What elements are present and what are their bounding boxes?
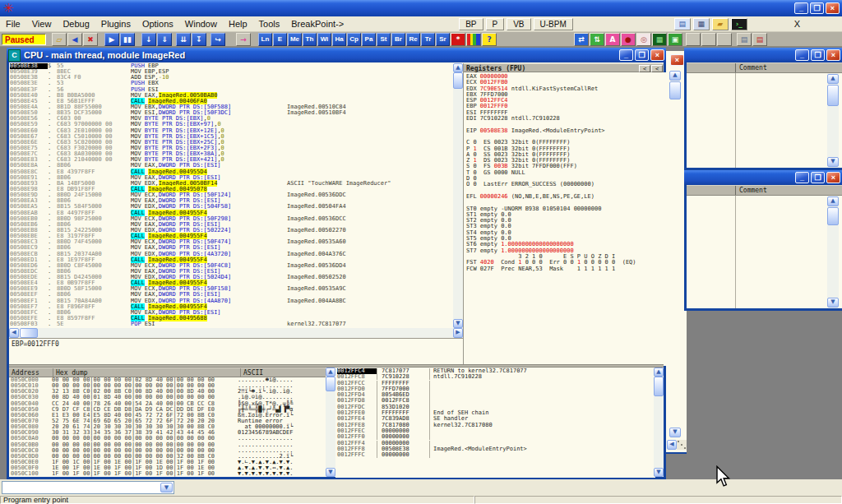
animate-into-icon[interactable]: ⇊: [176, 33, 191, 46]
pane-button-ln[interactable]: Ln: [258, 33, 272, 46]
comment-top-scroll-down[interactable]: ▼: [827, 157, 839, 167]
menu-close-x[interactable]: X: [789, 17, 806, 30]
plugin-button-bp[interactable]: BP: [459, 18, 483, 30]
menu-tools[interactable]: Tools: [253, 17, 286, 30]
calculator-icon[interactable]: ▦: [693, 18, 710, 30]
log-list-icon[interactable]: ▤: [737, 33, 752, 46]
command-combo[interactable]: ▼: [2, 481, 174, 494]
disassembly-hscroll-right[interactable]: ▶: [453, 328, 463, 338]
appearance-colors-icon[interactable]: [466, 33, 481, 46]
disassembly-hscroll-left[interactable]: ◀: [9, 328, 19, 338]
cpu-window[interactable]: C CPU - main thread, module ImageRed _ ❒…: [7, 48, 666, 479]
menu-window[interactable]: Window: [179, 17, 223, 30]
notepad-icon[interactable]: ▤: [674, 18, 691, 30]
comment-bottom-scroll-up[interactable]: ▲: [827, 197, 839, 206]
dump-scroll-thumb[interactable]: [326, 377, 335, 391]
swap-panes-icon[interactable]: ⇄: [574, 33, 589, 46]
cpu-close-button[interactable]: ×: [650, 49, 664, 61]
animate-over-icon[interactable]: ↧: [192, 33, 206, 46]
terminate-icon[interactable]: ✖: [83, 33, 98, 46]
pane-button-ha[interactable]: Ha: [332, 33, 346, 46]
comment-top-header-label[interactable]: Comment: [736, 63, 767, 72]
stack-scroll-thumb[interactable]: [654, 377, 664, 396]
comment-bottom-header-label[interactable]: Comment: [736, 186, 767, 195]
plugin-button-ubpm[interactable]: U-BPM: [534, 18, 573, 30]
menu-plugins[interactable]: Plugins: [95, 17, 136, 30]
comment-bottom-list[interactable]: [687, 196, 842, 308]
comment-top-scroll-up[interactable]: ▲: [827, 74, 839, 84]
dump-header-hex[interactable]: Hex dump: [53, 368, 241, 377]
register-line[interactable]: EDI 7C910228 ntdll.7C910228: [466, 116, 666, 122]
comment-bottom-maximize-button[interactable]: ❒: [811, 172, 825, 183]
pane-button-tr[interactable]: Tr: [421, 33, 435, 46]
pane-button-pa[interactable]: Pa: [362, 33, 376, 46]
register-line[interactable]: FCW 027F Prec NEAR,53 Mask 1 1 1 1 1 1: [466, 266, 666, 272]
stack-scroll-down[interactable]: ▼: [654, 468, 664, 477]
disassembly-scroll-up[interactable]: ▲: [453, 63, 463, 72]
pane-button-me[interactable]: Me: [288, 33, 302, 46]
pane-button-th[interactable]: Th: [303, 33, 317, 46]
disassembly-row[interactable]: 00508EF7.E8 F896F8FFCALL ImageRed.004955…: [10, 304, 454, 310]
comment-bottom-scroll-thumb[interactable]: [827, 207, 839, 225]
disassembly-row[interactable]: 00508E3B.83C4 F0ADD ESP,-10: [10, 75, 454, 81]
execute-till-return-icon[interactable]: ↪: [210, 33, 225, 46]
settings-gear-icon[interactable]: *: [451, 33, 465, 46]
disassembly-pane[interactable]: 00508E38$55PUSH EBP00508E39.8BECMOV EBP,…: [9, 63, 454, 328]
disassembly-row[interactable]: 00508EB0.8B0D 98F25000MOV ECX,DWORD PTR …: [10, 216, 454, 222]
disassembly-row[interactable]: 00508E3E.53PUSH EBX: [10, 81, 454, 86]
hidden-window-scroll-up[interactable]: ▲: [669, 71, 681, 81]
comment-top-maximize-button[interactable]: ❒: [811, 49, 825, 61]
restart-back-icon[interactable]: ◀: [67, 33, 82, 46]
comment-window-bottom-titlebar[interactable]: _ ❒ ×: [684, 170, 842, 185]
step-into-icon[interactable]: ↓: [141, 33, 156, 46]
menu-breakpoint[interactable]: BreakPoint->: [285, 17, 349, 30]
register-line[interactable]: EIP 00508E38 ImageRed.<ModuleEntryPoint>: [466, 128, 666, 134]
registers-pane-header[interactable]: Registers (FPU) <<: [464, 63, 664, 72]
app-titlebar[interactable]: ✳ _ ❒ ×: [0, 0, 842, 16]
comment-window-top[interactable]: _ ❒ × Comment ▲ ▼: [684, 48, 842, 170]
disassembly-scroll-thumb[interactable]: [453, 72, 463, 89]
menu-file[interactable]: File: [0, 17, 26, 30]
comment-window-top-titlebar[interactable]: _ ❒ ×: [684, 48, 842, 62]
app-minimize-button[interactable]: _: [794, 2, 808, 14]
step-over-icon[interactable]: ⇓: [157, 33, 172, 46]
blank-button-2[interactable]: [701, 33, 716, 46]
blank-button-1[interactable]: [686, 33, 701, 46]
spiral-icon[interactable]: ◎: [636, 33, 651, 46]
dump-row[interactable]: 0050C1001F 00 1F 00|1F 00 1F 00|1F 00 1F…: [11, 471, 327, 477]
register-line[interactable]: T 0 GS 0000 NULL: [466, 170, 666, 176]
register-line[interactable]: O 0 LastErr ERROR_SUCCESS (00000000): [466, 182, 666, 187]
comment-top-scroll-thumb[interactable]: [827, 85, 839, 106]
plugin-button-p[interactable]: P: [486, 18, 505, 30]
pane-button-e[interactable]: E: [273, 33, 287, 46]
go-to-address-icon[interactable]: →: [236, 33, 251, 46]
record-dot-icon[interactable]: ●: [621, 33, 636, 46]
marked-list-icon[interactable]: ▤: [752, 33, 767, 46]
folder-icon[interactable]: ▰: [712, 18, 729, 30]
open-file-icon[interactable]: ▱: [52, 33, 67, 46]
hidden-window-close-button[interactable]: ×: [670, 54, 684, 66]
registers-pane[interactable]: EAX 00000000ECX 0012FFB0EDX 7C90E514 ntd…: [464, 72, 666, 366]
menu-debug[interactable]: Debug: [57, 17, 95, 30]
hidden-window-scroll-down[interactable]: ▼: [669, 428, 681, 437]
comment-bottom-scroll-down[interactable]: ▼: [827, 298, 839, 307]
chevron-down-icon[interactable]: ▼: [160, 483, 173, 492]
dump-header-address[interactable]: Address: [9, 368, 53, 377]
disassembly-row[interactable]: 00508F03.5EPOP ESIkernel32.7C817077: [10, 321, 454, 327]
app-restore-button[interactable]: ❒: [810, 2, 824, 14]
comment-top-minimize-button[interactable]: _: [795, 49, 809, 61]
menu-options[interactable]: Options: [136, 17, 179, 30]
disassembly-hscrollbar[interactable]: [9, 328, 463, 338]
ascii-a-icon[interactable]: A: [605, 33, 620, 46]
disassembly-row[interactable]: 00508ED6.8B0D C8F45000MOV ECX,DWORD PTR …: [10, 263, 454, 269]
hidden-window-resize-grip[interactable]: [677, 440, 687, 450]
disassembly-row[interactable]: 00508E9D.8B0D 24F15000MOV ECX,DWORD PTR …: [10, 192, 454, 198]
pane-button-re[interactable]: Re: [406, 33, 420, 46]
stack-pane[interactable]: 0012FFC47C817077RETURN to kernel32.7C817…: [335, 368, 655, 478]
keypad-icon[interactable]: ▦: [652, 33, 667, 46]
disassembly-row[interactable]: 00508EFE.E8 8597F8FFCALL ImageRed.004956…: [10, 316, 454, 321]
dump-header-ascii[interactable]: ASCII: [241, 368, 263, 377]
hidden-window-scroll-thumb[interactable]: [669, 81, 681, 99]
cpu-window-titlebar[interactable]: C CPU - main thread, module ImageRed _ ❒…: [7, 48, 666, 62]
disassembly-scroll-down[interactable]: ▼: [453, 319, 463, 328]
